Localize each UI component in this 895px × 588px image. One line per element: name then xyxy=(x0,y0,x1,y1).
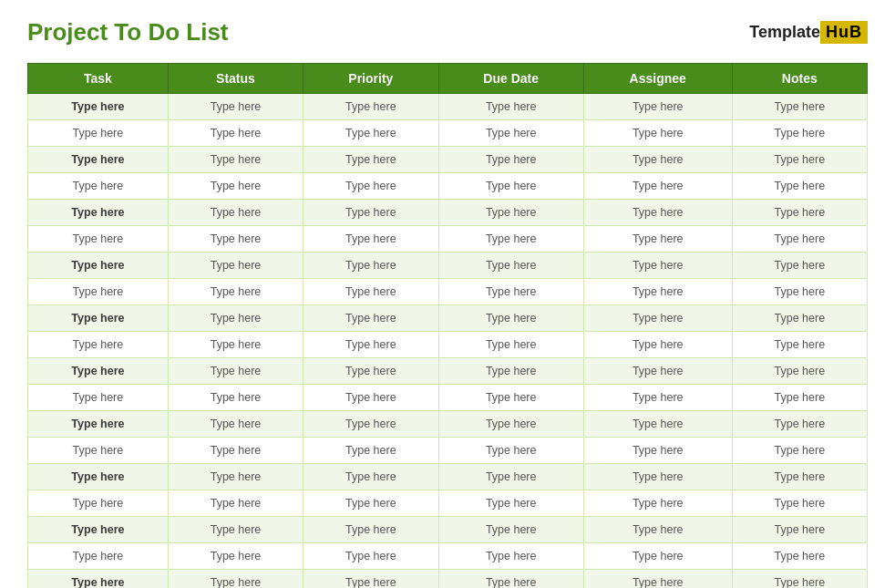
cell-row19-col2[interactable]: Type here xyxy=(168,570,303,589)
cell-row3-col1[interactable]: Type here xyxy=(28,147,169,173)
cell-row15-col4[interactable]: Type here xyxy=(438,464,583,490)
cell-row3-col4[interactable]: Type here xyxy=(438,147,583,173)
cell-row3-col6[interactable]: Type here xyxy=(732,147,867,173)
cell-row19-col4[interactable]: Type here xyxy=(438,570,583,589)
cell-row3-col2[interactable]: Type here xyxy=(168,147,303,173)
cell-row15-col1[interactable]: Type here xyxy=(28,464,169,490)
cell-row15-col3[interactable]: Type here xyxy=(303,464,438,490)
table-row[interactable]: Type hereType hereType hereType hereType… xyxy=(28,464,868,490)
cell-row9-col6[interactable]: Type here xyxy=(732,305,867,332)
cell-row13-col2[interactable]: Type here xyxy=(168,411,303,438)
table-row[interactable]: Type hereType hereType hereType hereType… xyxy=(28,490,868,517)
cell-row4-col1[interactable]: Type here xyxy=(28,173,169,200)
cell-row6-col6[interactable]: Type here xyxy=(732,226,867,253)
cell-row18-col4[interactable]: Type here xyxy=(438,543,583,570)
cell-row10-col5[interactable]: Type here xyxy=(583,332,732,358)
cell-row19-col5[interactable]: Type here xyxy=(583,570,732,589)
cell-row8-col2[interactable]: Type here xyxy=(168,279,303,305)
cell-row7-col2[interactable]: Type here xyxy=(168,253,303,279)
table-row[interactable]: Type hereType hereType hereType hereType… xyxy=(28,332,868,358)
cell-row12-col1[interactable]: Type here xyxy=(28,385,169,411)
cell-row16-col5[interactable]: Type here xyxy=(583,490,732,517)
cell-row11-col1[interactable]: Type here xyxy=(28,358,169,385)
table-row[interactable]: Type hereType hereType hereType hereType… xyxy=(28,226,868,253)
cell-row16-col1[interactable]: Type here xyxy=(28,490,169,517)
cell-row12-col3[interactable]: Type here xyxy=(303,385,438,411)
cell-row13-col5[interactable]: Type here xyxy=(583,411,732,438)
cell-row4-col5[interactable]: Type here xyxy=(583,173,732,200)
table-row[interactable]: Type hereType hereType hereType hereType… xyxy=(28,173,868,200)
cell-row5-col5[interactable]: Type here xyxy=(583,200,732,226)
cell-row11-col2[interactable]: Type here xyxy=(168,358,303,385)
cell-row1-col4[interactable]: Type here xyxy=(438,94,583,120)
cell-row6-col2[interactable]: Type here xyxy=(168,226,303,253)
cell-row2-col1[interactable]: Type here xyxy=(28,120,169,147)
cell-row13-col4[interactable]: Type here xyxy=(438,411,583,438)
cell-row10-col6[interactable]: Type here xyxy=(732,332,867,358)
cell-row10-col2[interactable]: Type here xyxy=(168,332,303,358)
cell-row11-col5[interactable]: Type here xyxy=(583,358,732,385)
cell-row13-col1[interactable]: Type here xyxy=(28,411,169,438)
cell-row7-col6[interactable]: Type here xyxy=(732,253,867,279)
cell-row17-col2[interactable]: Type here xyxy=(168,517,303,543)
cell-row19-col1[interactable]: Type here xyxy=(28,570,169,589)
cell-row9-col3[interactable]: Type here xyxy=(303,305,438,332)
cell-row14-col1[interactable]: Type here xyxy=(28,438,169,464)
cell-row11-col3[interactable]: Type here xyxy=(303,358,438,385)
cell-row14-col3[interactable]: Type here xyxy=(303,438,438,464)
table-row[interactable]: Type hereType hereType hereType hereType… xyxy=(28,279,868,305)
table-row[interactable]: Type hereType hereType hereType hereType… xyxy=(28,411,868,438)
table-row[interactable]: Type hereType hereType hereType hereType… xyxy=(28,94,868,120)
cell-row12-col4[interactable]: Type here xyxy=(438,385,583,411)
cell-row11-col4[interactable]: Type here xyxy=(438,358,583,385)
cell-row18-col1[interactable]: Type here xyxy=(28,543,169,570)
table-row[interactable]: Type hereType hereType hereType hereType… xyxy=(28,570,868,589)
table-row[interactable]: Type hereType hereType hereType hereType… xyxy=(28,200,868,226)
cell-row3-col5[interactable]: Type here xyxy=(583,147,732,173)
cell-row8-col4[interactable]: Type here xyxy=(438,279,583,305)
cell-row6-col3[interactable]: Type here xyxy=(303,226,438,253)
cell-row8-col5[interactable]: Type here xyxy=(583,279,732,305)
cell-row1-col5[interactable]: Type here xyxy=(583,94,732,120)
cell-row6-col4[interactable]: Type here xyxy=(438,226,583,253)
cell-row17-col4[interactable]: Type here xyxy=(438,517,583,543)
cell-row13-col6[interactable]: Type here xyxy=(732,411,867,438)
cell-row8-col1[interactable]: Type here xyxy=(28,279,169,305)
cell-row2-col3[interactable]: Type here xyxy=(303,120,438,147)
cell-row16-col6[interactable]: Type here xyxy=(732,490,867,517)
cell-row18-col3[interactable]: Type here xyxy=(303,543,438,570)
cell-row2-col5[interactable]: Type here xyxy=(583,120,732,147)
cell-row8-col3[interactable]: Type here xyxy=(303,279,438,305)
cell-row15-col5[interactable]: Type here xyxy=(583,464,732,490)
cell-row9-col5[interactable]: Type here xyxy=(583,305,732,332)
table-row[interactable]: Type hereType hereType hereType hereType… xyxy=(28,385,868,411)
cell-row15-col2[interactable]: Type here xyxy=(168,464,303,490)
cell-row12-col6[interactable]: Type here xyxy=(732,385,867,411)
cell-row14-col5[interactable]: Type here xyxy=(583,438,732,464)
table-row[interactable]: Type hereType hereType hereType hereType… xyxy=(28,120,868,147)
table-row[interactable]: Type hereType hereType hereType hereType… xyxy=(28,358,868,385)
cell-row4-col4[interactable]: Type here xyxy=(438,173,583,200)
cell-row4-col3[interactable]: Type here xyxy=(303,173,438,200)
cell-row5-col4[interactable]: Type here xyxy=(438,200,583,226)
cell-row5-col2[interactable]: Type here xyxy=(168,200,303,226)
table-row[interactable]: Type hereType hereType hereType hereType… xyxy=(28,543,868,570)
cell-row16-col4[interactable]: Type here xyxy=(438,490,583,517)
cell-row14-col6[interactable]: Type here xyxy=(732,438,867,464)
cell-row1-col2[interactable]: Type here xyxy=(168,94,303,120)
cell-row6-col1[interactable]: Type here xyxy=(28,226,169,253)
cell-row2-col4[interactable]: Type here xyxy=(438,120,583,147)
cell-row17-col3[interactable]: Type here xyxy=(303,517,438,543)
cell-row19-col3[interactable]: Type here xyxy=(303,570,438,589)
cell-row19-col6[interactable]: Type here xyxy=(732,570,867,589)
cell-row9-col4[interactable]: Type here xyxy=(438,305,583,332)
cell-row17-col1[interactable]: Type here xyxy=(28,517,169,543)
table-row[interactable]: Type hereType hereType hereType hereType… xyxy=(28,438,868,464)
cell-row10-col1[interactable]: Type here xyxy=(28,332,169,358)
cell-row15-col6[interactable]: Type here xyxy=(732,464,867,490)
cell-row7-col1[interactable]: Type here xyxy=(28,253,169,279)
cell-row1-col3[interactable]: Type here xyxy=(303,94,438,120)
cell-row14-col4[interactable]: Type here xyxy=(438,438,583,464)
cell-row10-col4[interactable]: Type here xyxy=(438,332,583,358)
table-row[interactable]: Type hereType hereType hereType hereType… xyxy=(28,305,868,332)
